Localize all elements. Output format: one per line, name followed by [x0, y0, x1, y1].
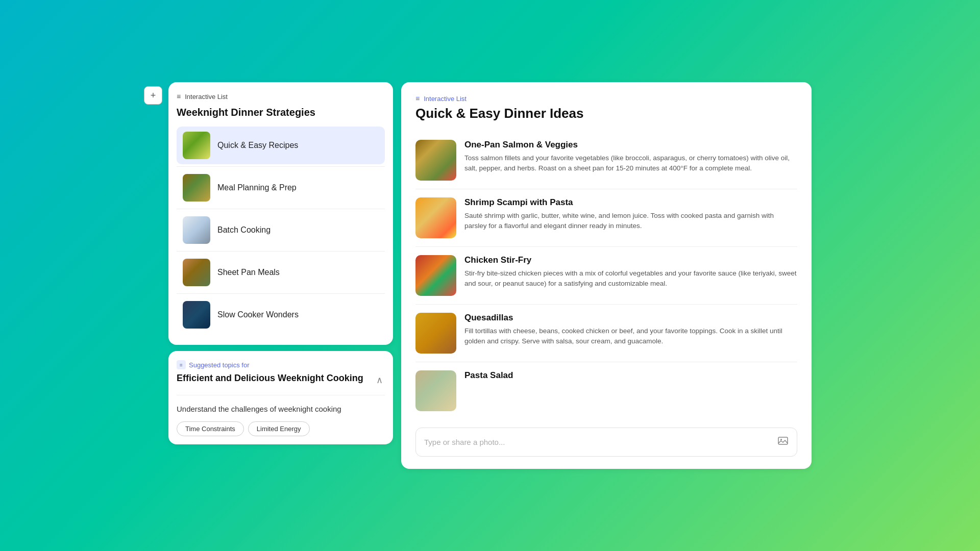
menu-divider: [177, 166, 385, 167]
menu-divider: [177, 293, 385, 294]
right-list-icon: ≡: [415, 94, 420, 103]
suggested-divider: [177, 395, 385, 395]
menu-card: ≡ Interactive List Weeknight Dinner Stra…: [168, 82, 393, 345]
recipe-title-2: Chicken Stir-Fry: [464, 255, 797, 265]
recipe-item-3: Quesadillas Fill tortillas with cheese, …: [415, 305, 797, 362]
menu-header-label: Interactive List: [185, 93, 228, 101]
recipe-item-0: One-Pan Salmon & Veggies Toss salmon fil…: [415, 132, 797, 189]
menu-item-img-quick: [183, 132, 210, 159]
recipe-desc-3: Fill tortillas with cheese, beans, cooke…: [464, 326, 797, 347]
recipe-desc-2: Stir-fry bite-sized chicken pieces with …: [464, 268, 797, 289]
menu-item-img-sheet: [183, 259, 210, 286]
collapse-button[interactable]: ∧: [374, 373, 385, 387]
suggested-card: ≡ Suggested topics for Efficient and Del…: [168, 351, 393, 444]
recipe-content-0: One-Pan Salmon & Veggies Toss salmon fil…: [464, 140, 797, 181]
recipe-desc-1: Sauté shrimp with garlic, butter, white …: [464, 211, 797, 232]
recipe-desc-0: Toss salmon fillets and your favorite ve…: [464, 153, 797, 174]
recipe-title-4: Pasta Salad: [464, 370, 797, 381]
right-panel: ≡ Interactive List Quick & Easy Dinner I…: [401, 82, 812, 469]
recipe-list: One-Pan Salmon & Veggies Toss salmon fil…: [415, 132, 797, 419]
suggested-header: ≡ Suggested topics for: [177, 360, 385, 369]
recipe-title-0: One-Pan Salmon & Veggies: [464, 140, 797, 150]
svg-rect-0: [778, 437, 788, 444]
menu-item-batch[interactable]: Batch Cooking: [177, 211, 385, 249]
menu-item-label-slow: Slow Cooker Wonders: [217, 310, 299, 319]
menu-items-list: Quick & Easy Recipes Meal Planning & Pre…: [177, 127, 385, 334]
right-header: ≡ Interactive List: [415, 94, 797, 103]
recipe-content-1: Shrimp Scampi with Pasta Sauté shrimp wi…: [464, 197, 797, 238]
recipe-item-2: Chicken Stir-Fry Stir-fry bite-sized chi…: [415, 247, 797, 305]
menu-item-img-batch: [183, 216, 210, 244]
menu-item-quick[interactable]: Quick & Easy Recipes: [177, 127, 385, 164]
recipe-item-4: Pasta Salad: [415, 362, 797, 419]
recipe-img-1: [415, 197, 456, 238]
input-area[interactable]: Type or share a photo...: [415, 428, 797, 457]
recipe-content-3: Quesadillas Fill tortillas with cheese, …: [464, 313, 797, 354]
menu-item-label-batch: Batch Cooking: [217, 226, 271, 235]
suggested-subtitle: Understand the challenges of weeknight c…: [177, 404, 385, 414]
menu-header: ≡ Interactive List: [177, 92, 385, 101]
input-placeholder[interactable]: Type or share a photo...: [424, 438, 505, 446]
menu-item-sheet[interactable]: Sheet Pan Meals: [177, 254, 385, 291]
menu-title: Weeknight Dinner Strategies: [177, 107, 385, 118]
suggested-header-icon: ≡: [177, 360, 186, 369]
suggested-title: Efficient and Delicious Weeknight Cookin…: [177, 372, 370, 384]
recipe-title-3: Quesadillas: [464, 313, 797, 323]
svg-point-1: [780, 439, 782, 440]
menu-item-img-meal: [183, 174, 210, 202]
recipe-content-4: Pasta Salad: [464, 370, 797, 411]
menu-item-meal[interactable]: Meal Planning & Prep: [177, 169, 385, 207]
recipe-img-2: [415, 255, 456, 296]
menu-item-label-sheet: Sheet Pan Meals: [217, 268, 280, 277]
tag-time-constraints[interactable]: Time Constraints: [177, 421, 244, 436]
menu-item-label-quick: Quick & Easy Recipes: [217, 141, 298, 150]
image-icon[interactable]: [777, 435, 789, 449]
suggested-title-row: Efficient and Delicious Weeknight Cookin…: [177, 372, 385, 387]
right-panel-title: Quick & Easy Dinner Ideas: [415, 106, 797, 121]
recipe-title-1: Shrimp Scampi with Pasta: [464, 197, 797, 208]
tag-row: Time ConstraintsLimited Energy: [177, 421, 385, 436]
suggested-label: Suggested topics for: [189, 361, 250, 369]
add-button[interactable]: +: [144, 86, 162, 105]
recipe-content-2: Chicken Stir-Fry Stir-fry bite-sized chi…: [464, 255, 797, 296]
list-icon: ≡: [177, 92, 181, 101]
right-header-label: Interactive List: [424, 95, 467, 103]
menu-divider: [177, 209, 385, 209]
tag-limited-energy[interactable]: Limited Energy: [248, 421, 310, 436]
menu-divider: [177, 251, 385, 252]
menu-item-slow[interactable]: Slow Cooker Wonders: [177, 296, 385, 334]
menu-item-img-slow: [183, 301, 210, 329]
recipe-item-1: Shrimp Scampi with Pasta Sauté shrimp wi…: [415, 189, 797, 247]
menu-item-label-meal: Meal Planning & Prep: [217, 183, 297, 192]
recipe-img-0: [415, 140, 456, 181]
recipe-img-4: [415, 370, 456, 411]
recipe-img-3: [415, 313, 456, 354]
